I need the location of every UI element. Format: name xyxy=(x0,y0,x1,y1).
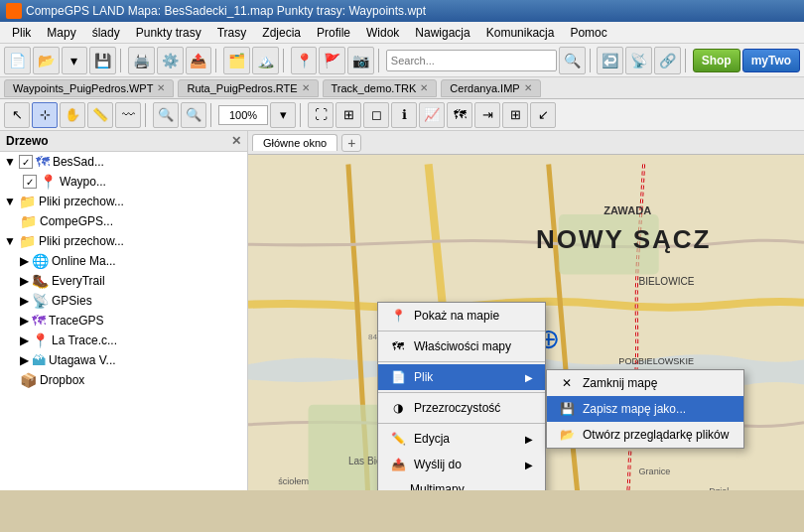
map-background[interactable]: ZAWADA BIELOWICE PODBIELOWSKIE LA POLSKA… xyxy=(248,155,804,490)
ctx-przezroczystosc[interactable]: ◑ Przezroczystość xyxy=(378,395,545,421)
btn-misc4[interactable]: 🚩 xyxy=(319,47,345,74)
tree-item-everytrail[interactable]: ▶ 🥾 EveryTrail xyxy=(0,271,247,291)
menu-slady[interactable]: ślady xyxy=(84,24,128,42)
menu-zdjecia[interactable]: Zdjecia xyxy=(254,24,309,42)
svg-text:BIELOWICE: BIELOWICE xyxy=(639,276,695,287)
map-tool-track[interactable]: 🗺 xyxy=(447,102,472,128)
open-button[interactable]: 📂 xyxy=(33,47,60,74)
panel-close[interactable]: ✕ xyxy=(231,134,241,148)
location-button[interactable]: 📡 xyxy=(625,47,652,74)
map-tool-route[interactable]: 〰 xyxy=(115,102,141,128)
menu-trasy[interactable]: Trasy xyxy=(209,24,255,42)
sub-zamknij[interactable]: ✕ Zamknij mapę xyxy=(547,370,743,396)
tree-check-waypo[interactable]: ✓ xyxy=(23,175,37,189)
search-input[interactable] xyxy=(386,50,557,71)
map-tab-main[interactable]: Główne okno xyxy=(252,134,337,151)
menu-nawigacja[interactable]: Nawigacja xyxy=(407,24,477,42)
map-tool-export2[interactable]: ⇥ xyxy=(474,102,500,128)
search-button[interactable]: 🔍 xyxy=(559,47,586,74)
file-tab-cerdanya[interactable]: Cerdanya.IMP ✕ xyxy=(441,79,540,97)
file-tab-cerdanya-close[interactable]: ✕ xyxy=(524,82,532,93)
map-tool-zoom-in[interactable]: 🔍 xyxy=(153,102,179,128)
print-button[interactable]: 🖨️ xyxy=(128,47,155,74)
map-tool-cursor[interactable]: ↙ xyxy=(530,102,556,128)
tree-item-gpsies[interactable]: ▶ 📡 GPSies xyxy=(0,291,247,311)
my-button[interactable]: myTwo xyxy=(742,49,800,72)
sub-otworz[interactable]: 📂 Otwórz przeglądarkę plików xyxy=(547,422,743,448)
connect-button[interactable]: 🔗 xyxy=(654,47,681,74)
tree-item-bessad[interactable]: ▼ ✓ 🗺 BesSad... xyxy=(0,152,247,172)
file-tab-waypoints-close[interactable]: ✕ xyxy=(157,82,165,93)
zapisz-icon: 💾 xyxy=(559,401,575,417)
map-tab-add[interactable]: + xyxy=(341,134,361,152)
file-tab-ruta-label: Ruta_PuigPedros.RTE xyxy=(187,82,297,94)
menu-widok[interactable]: Widok xyxy=(358,24,407,42)
zoom-input[interactable] xyxy=(218,105,268,125)
map-tool-fullscreen[interactable]: ⛶ xyxy=(308,102,334,128)
tree-item-onlinema[interactable]: ▶ 🌐 Online Ma... xyxy=(0,251,247,271)
ctx-wlasciwosci[interactable]: 🗺 Właściwości mapy xyxy=(378,333,545,359)
submenu-plik: ✕ Zamknij mapę 💾 Zapisz mapę jako... 📂 O… xyxy=(546,369,744,449)
map-tool-info[interactable]: ℹ xyxy=(391,102,417,128)
menu-punkty[interactable]: Punkty trasy xyxy=(128,24,209,42)
map-tool-select[interactable]: ⊹ xyxy=(32,102,58,128)
context-menu: 📍 Pokaż na mapie 🗺 Właściwości mapy 📄 Pl… xyxy=(377,302,546,490)
tree-arrow-pliki2: ▼ xyxy=(4,234,16,248)
tree-label-gpsies: GPSies xyxy=(52,294,92,308)
menu-komunikacja[interactable]: Komunikacja xyxy=(478,24,563,42)
ctx-pokaz[interactable]: 📍 Pokaż na mapie xyxy=(378,303,545,329)
map-tool-pan[interactable]: ✋ xyxy=(60,102,85,128)
tree-item-pliki1[interactable]: ▼ 📁 Pliki przechow... xyxy=(0,192,247,211)
map-tool-3d[interactable]: ◻ xyxy=(363,102,389,128)
dropbox-icon: 📦 xyxy=(20,372,37,388)
zoom-dropdown[interactable]: ▾ xyxy=(270,102,296,128)
btn-misc2[interactable]: 🏔️ xyxy=(252,47,279,74)
btn-misc1[interactable]: 🗂️ xyxy=(223,47,250,74)
btn-misc5[interactable]: 📷 xyxy=(347,47,374,74)
map-tool-grid[interactable]: ⊞ xyxy=(502,102,528,128)
tree-item-pliki2[interactable]: ▼ 📁 Pliki przechow... xyxy=(0,231,247,251)
save-button[interactable]: 💾 xyxy=(89,47,116,74)
tree-item-waypo[interactable]: ✓ 📍 Waypo... xyxy=(0,172,247,192)
tree-item-utagawa[interactable]: ▶ 🏔 Utagawa V... xyxy=(0,350,247,370)
ctx-edycja[interactable]: ✏️ Edycja ▶ xyxy=(378,426,545,452)
tree-item-tracegps[interactable]: ▶ 🗺 TraceGPS xyxy=(0,311,247,331)
waypoint-icon: 📍 xyxy=(40,174,57,190)
tree-check-bessad[interactable]: ✓ xyxy=(19,155,33,169)
map-tool-zoom-out[interactable]: 🔍 xyxy=(181,102,206,128)
menu-profile[interactable]: Profile xyxy=(309,24,358,42)
sep3 xyxy=(283,49,287,72)
undo-button[interactable]: ↩️ xyxy=(597,47,623,74)
menu-mapy[interactable]: Mapy xyxy=(39,24,83,42)
tree-item-latrace[interactable]: ▶ 📍 La Trace.c... xyxy=(0,331,247,350)
app-icon xyxy=(6,3,22,19)
file-tab-track[interactable]: Track_demo.TRK ✕ xyxy=(323,79,438,97)
ctx-plik[interactable]: 📄 Plik ▶ xyxy=(378,364,545,390)
file-tab-ruta-close[interactable]: ✕ xyxy=(302,82,310,93)
map-tool-profile[interactable]: 📈 xyxy=(419,102,445,128)
file-tab-ruta[interactable]: Ruta_PuigPedros.RTE ✕ xyxy=(178,79,318,97)
map-tool-measure[interactable]: 📏 xyxy=(87,102,113,128)
file-tab-track-close[interactable]: ✕ xyxy=(420,82,428,93)
settings-button[interactable]: ⚙️ xyxy=(157,47,184,74)
tree-arrow-every: ▶ xyxy=(20,274,29,288)
open-dropdown[interactable]: ▾ xyxy=(62,47,88,74)
btn-misc3[interactable]: 📍 xyxy=(291,47,318,74)
map-tool-arrow[interactable]: ↖ xyxy=(4,102,30,128)
file-tab-waypoints[interactable]: Waypoints_PuigPedros.WPT ✕ xyxy=(4,79,174,97)
tree-item-compegps[interactable]: 📁 CompeGPS... xyxy=(0,211,247,231)
ctx-wyslij[interactable]: 📤 Wyślij do ▶ xyxy=(378,452,545,477)
mt-sep3 xyxy=(300,103,304,127)
new-button[interactable]: 📄 xyxy=(4,47,31,74)
map-tool-layers[interactable]: ⊞ xyxy=(335,102,361,128)
shop-button[interactable]: Shop xyxy=(693,49,740,72)
sub-zapisz[interactable]: 💾 Zapisz mapę jako... xyxy=(547,396,743,422)
menu-plik[interactable]: Plik xyxy=(4,24,39,42)
svg-text:PODBIELOWSKIE: PODBIELOWSKIE xyxy=(618,356,694,366)
svg-text:Granice: Granice xyxy=(639,466,671,476)
menu-pomoc[interactable]: Pomoc xyxy=(562,24,614,42)
ctx-multimapy[interactable]: Multimapy xyxy=(378,477,545,490)
file-tab-cerdanya-label: Cerdanya.IMP xyxy=(450,82,519,94)
tree-item-dropbox[interactable]: 📦 Dropbox xyxy=(0,370,247,390)
export-button[interactable]: 📤 xyxy=(186,47,212,74)
